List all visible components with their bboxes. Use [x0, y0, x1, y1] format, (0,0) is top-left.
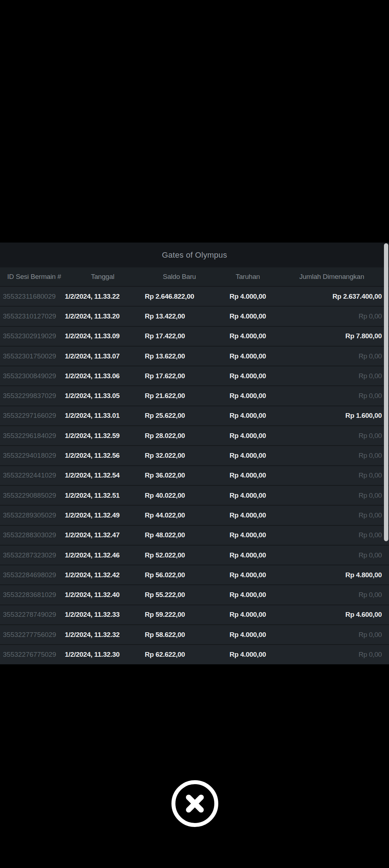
cell-win-amount: Rp 4.800,00 — [281, 571, 383, 579]
cell-date: 1/2/2024, 11.32.33 — [61, 611, 144, 619]
cell-win-amount: Rp 0,00 — [281, 452, 383, 460]
cell-win-amount: Rp 0,00 — [281, 392, 383, 400]
table-row: 35532299837029 1/2/2024, 11.33.05 Rp 21.… — [0, 385, 389, 405]
cell-win-amount: Rp 0,00 — [281, 531, 383, 539]
cell-date: 1/2/2024, 11.32.54 — [61, 471, 144, 479]
cell-new-balance: Rp 13.422,00 — [144, 312, 215, 320]
cell-bet: Rp 4.000,00 — [215, 651, 281, 659]
cell-new-balance: Rp 59.222,00 — [144, 611, 215, 619]
cell-session-id: 35532299837029 — [0, 392, 61, 400]
cell-date: 1/2/2024, 11.33.01 — [61, 412, 144, 420]
column-header-new-balance: Saldo Baru — [144, 273, 215, 281]
cell-win-amount: Rp 0,00 — [281, 631, 383, 639]
table-row: 35532276775029 1/2/2024, 11.32.30 Rp 62.… — [0, 644, 389, 664]
cell-session-id: 35532277756029 — [0, 631, 61, 639]
cell-bet: Rp 4.000,00 — [215, 392, 281, 400]
cell-bet: Rp 4.000,00 — [215, 412, 281, 420]
cell-win-amount: Rp 4.600,00 — [281, 611, 383, 619]
cell-bet: Rp 4.000,00 — [215, 452, 281, 460]
table-row: 35532301750029 1/2/2024, 11.33.07 Rp 13.… — [0, 346, 389, 366]
cell-session-id: 35532301750029 — [0, 352, 61, 360]
cell-session-id: 35532278749029 — [0, 611, 61, 619]
table-row: 35532290885029 1/2/2024, 11.32.51 Rp 40.… — [0, 485, 389, 505]
cell-new-balance: Rp 44.022,00 — [144, 511, 215, 519]
scrollbar-thumb[interactable] — [384, 243, 388, 541]
cell-session-id: 35532289305029 — [0, 511, 61, 519]
cell-bet: Rp 4.000,00 — [215, 312, 281, 320]
cell-bet: Rp 4.000,00 — [215, 571, 281, 579]
cell-win-amount: Rp 0,00 — [281, 551, 383, 559]
close-icon — [175, 784, 214, 823]
cell-new-balance: Rp 56.022,00 — [144, 571, 215, 579]
table-row: 35532311680029 1/2/2024, 11.33.22 Rp 2.6… — [0, 286, 389, 306]
cell-session-id: 35532300849029 — [0, 372, 61, 380]
cell-win-amount: Rp 0,00 — [281, 372, 383, 380]
cell-win-amount: Rp 0,00 — [281, 432, 383, 440]
cell-win-amount: Rp 0,00 — [281, 591, 383, 599]
cell-date: 1/2/2024, 11.32.42 — [61, 571, 144, 579]
cell-session-id: 35532297166029 — [0, 412, 61, 420]
cell-date: 1/2/2024, 11.32.46 — [61, 551, 144, 559]
table-row: 35532284698029 1/2/2024, 11.32.42 Rp 56.… — [0, 565, 389, 584]
cell-date: 1/2/2024, 11.32.51 — [61, 492, 144, 499]
cell-new-balance: Rp 32.022,00 — [144, 452, 215, 460]
cell-new-balance: Rp 13.622,00 — [144, 352, 215, 360]
cell-new-balance: Rp 25.622,00 — [144, 412, 215, 420]
cell-session-id: 35532302919029 — [0, 332, 61, 340]
close-button[interactable] — [171, 780, 218, 827]
cell-win-amount: Rp 1.600,00 — [281, 412, 383, 420]
table-row: 35532300849029 1/2/2024, 11.33.06 Rp 17.… — [0, 366, 389, 385]
cell-new-balance: Rp 21.622,00 — [144, 392, 215, 400]
cell-session-id: 35532288303029 — [0, 531, 61, 539]
cell-bet: Rp 4.000,00 — [215, 471, 281, 479]
cell-date: 1/2/2024, 11.32.49 — [61, 511, 144, 519]
column-header-date: Tanggal — [61, 273, 144, 281]
cell-new-balance: Rp 40.022,00 — [144, 492, 215, 499]
cell-win-amount: Rp 0,00 — [281, 352, 383, 360]
table-row: 35532296184029 1/2/2024, 11.32.59 Rp 28.… — [0, 425, 389, 445]
cell-bet: Rp 4.000,00 — [215, 591, 281, 599]
table-row: 35532277756029 1/2/2024, 11.32.32 Rp 58.… — [0, 624, 389, 644]
cell-date: 1/2/2024, 11.32.32 — [61, 631, 144, 639]
cell-date: 1/2/2024, 11.32.30 — [61, 651, 144, 659]
table-row: 35532289305029 1/2/2024, 11.32.49 Rp 44.… — [0, 505, 389, 525]
cell-new-balance: Rp 62.622,00 — [144, 651, 215, 659]
modal-title: Gates of Olympus — [162, 250, 227, 260]
cell-date: 1/2/2024, 11.33.06 — [61, 372, 144, 380]
cell-session-id: 35532287323029 — [0, 551, 61, 559]
cell-win-amount: Rp 0,00 — [281, 312, 383, 320]
cell-win-amount: Rp 0,00 — [281, 651, 383, 659]
game-history-panel: Gates of Olympus ID Sesi Bermain # Tangg… — [0, 243, 389, 664]
cell-bet: Rp 4.000,00 — [215, 631, 281, 639]
cell-session-id: 35532290885029 — [0, 492, 61, 499]
table-row: 35532287323029 1/2/2024, 11.32.46 Rp 52.… — [0, 545, 389, 565]
table-row: 35532310127029 1/2/2024, 11.33.20 Rp 13.… — [0, 306, 389, 326]
cell-bet: Rp 4.000,00 — [215, 511, 281, 519]
table-row: 35532278749029 1/2/2024, 11.32.33 Rp 59.… — [0, 605, 389, 624]
column-header-amount-won: Jumlah Dimenangkan — [281, 273, 383, 281]
cell-date: 1/2/2024, 11.33.07 — [61, 352, 144, 360]
cell-date: 1/2/2024, 11.33.20 — [61, 312, 144, 320]
cell-new-balance: Rp 36.022,00 — [144, 471, 215, 479]
cell-session-id: 35532284698029 — [0, 571, 61, 579]
cell-date: 1/2/2024, 11.33.05 — [61, 392, 144, 400]
table-row: 35532294018029 1/2/2024, 11.32.56 Rp 32.… — [0, 445, 389, 465]
cell-bet: Rp 4.000,00 — [215, 611, 281, 619]
cell-date: 1/2/2024, 11.32.47 — [61, 531, 144, 539]
game-history-screen: Gates of Olympus ID Sesi Bermain # Tangg… — [0, 0, 389, 868]
cell-win-amount: Rp 0,00 — [281, 492, 383, 499]
cell-bet: Rp 4.000,00 — [215, 293, 281, 300]
modal-titlebar: Gates of Olympus — [0, 243, 389, 267]
cell-win-amount: Rp 0,00 — [281, 471, 383, 479]
table-row: 35532288303029 1/2/2024, 11.32.47 Rp 48.… — [0, 525, 389, 545]
cell-win-amount: Rp 7.800,00 — [281, 332, 383, 340]
cell-date: 1/2/2024, 11.33.09 — [61, 332, 144, 340]
cell-bet: Rp 4.000,00 — [215, 531, 281, 539]
table-row: 35532283681029 1/2/2024, 11.32.40 Rp 55.… — [0, 584, 389, 604]
cell-date: 1/2/2024, 11.32.40 — [61, 591, 144, 599]
cell-new-balance: Rp 17.422,00 — [144, 332, 215, 340]
cell-session-id: 35532296184029 — [0, 432, 61, 440]
cell-new-balance: Rp 17.622,00 — [144, 372, 215, 380]
cell-new-balance: Rp 52.022,00 — [144, 551, 215, 559]
cell-new-balance: Rp 58.622,00 — [144, 631, 215, 639]
